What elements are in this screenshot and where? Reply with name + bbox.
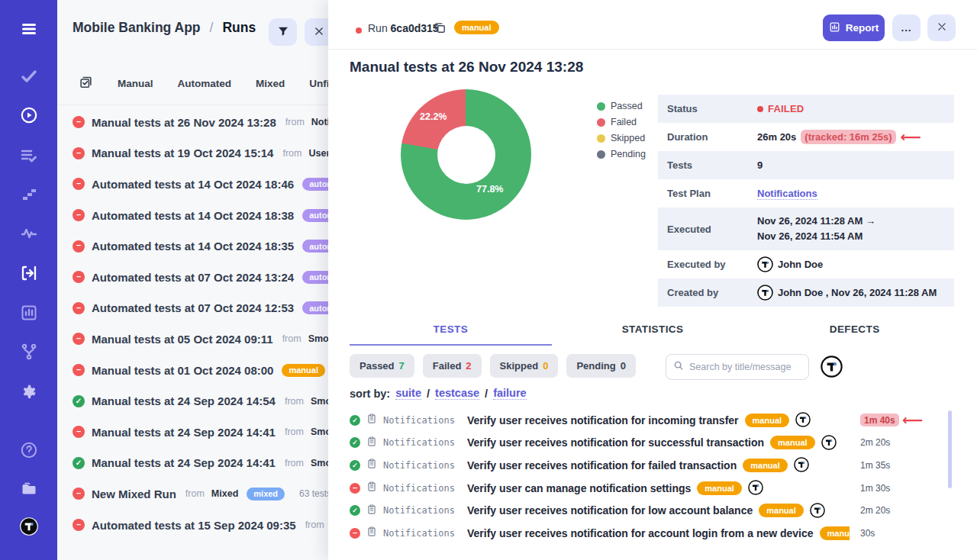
status-filter-chip[interactable]: Failed 2 — [423, 354, 482, 378]
report-button[interactable]: Report — [823, 14, 885, 41]
check-icon[interactable] — [19, 66, 39, 86]
run-status-icon — [73, 519, 85, 531]
run-list-item[interactable]: New Mixed Run from Mixed mixed 63 tests — [57, 478, 328, 510]
test-title[interactable]: Verify user receives notification for ac… — [467, 527, 814, 539]
select-runs-icon[interactable] — [79, 75, 93, 92]
run-list-item[interactable]: Automated tests at 14 Oct 2024 18:38 aut… — [57, 200, 328, 231]
run-type-badge: automated — [302, 178, 328, 191]
info-row-duration: Duration 26m 20s (tracked: 16m 25s) ⟵ — [658, 123, 954, 151]
test-row[interactable]: Notifications Verify user can manage not… — [328, 477, 977, 500]
run-source-plan: Smoke — [308, 333, 328, 344]
play-circle-icon[interactable] — [19, 105, 39, 125]
user-avatar — [748, 480, 763, 496]
results-donut-chart: 22.2% 77.8% — [401, 89, 531, 220]
search-icon — [673, 360, 684, 374]
test-title[interactable]: Verify user receives notification for su… — [467, 436, 764, 449]
run-tests-count: 63 tests — [299, 488, 328, 499]
test-suite-name[interactable]: Notifications — [383, 415, 461, 426]
run-list-item[interactable]: Automated tests at 07 Oct 2024 12:53 aut… — [57, 293, 328, 324]
test-suite-name[interactable]: Notifications — [383, 528, 461, 539]
list-check-icon[interactable] — [19, 146, 39, 166]
run-id-label: Run 6ca0d315 — [368, 22, 439, 34]
scrollbar-thumb[interactable] — [948, 410, 952, 488]
filter-funnel-icon — [277, 25, 289, 40]
user-avatar — [757, 285, 773, 301]
legend-color-dot — [597, 134, 605, 143]
test-row[interactable]: Notifications Verify user receives notif… — [328, 454, 977, 477]
run-status-icon — [73, 302, 85, 314]
test-plan-link[interactable]: Notifications — [757, 188, 817, 200]
project-title[interactable]: Mobile Banking App — [73, 20, 201, 36]
search-input[interactable] — [689, 362, 801, 372]
tab-automated[interactable]: Automated — [178, 78, 232, 89]
copy-icon[interactable] — [434, 21, 447, 37]
close-panel-button[interactable] — [927, 14, 956, 41]
testcase-clipboard-icon — [366, 436, 377, 450]
run-list-item[interactable]: Manual tests at 05 Oct 2024 09:11 from S… — [57, 323, 328, 355]
run-list-item[interactable]: Manual tests at 24 Sep 2024 14:41 from S… — [57, 417, 328, 448]
run-type-badge: automated — [302, 240, 328, 253]
test-title[interactable]: Verify user receives notification for lo… — [467, 504, 753, 517]
run-list-item[interactable]: Manual tests at 19 Oct 2024 15:14 from U… — [57, 138, 328, 169]
test-suite-name[interactable]: Notifications — [383, 505, 461, 516]
failed-dot — [757, 106, 763, 112]
run-list-item[interactable]: Manual tests at 24 Sep 2024 14:54 from S… — [57, 385, 328, 417]
activity-icon[interactable] — [19, 224, 39, 243]
user-avatar[interactable] — [17, 514, 41, 539]
status-filter-chip[interactable]: Pending 0 — [566, 354, 636, 378]
status-filter-chip[interactable]: Skipped 0 — [490, 354, 559, 378]
tab-unfinished[interactable]: Unfinished — [309, 78, 328, 89]
test-duration: 1m 30s — [860, 483, 890, 494]
gear-icon[interactable] — [19, 381, 39, 401]
test-row[interactable]: Notifications Verify user receives notif… — [328, 432, 977, 455]
files-icon[interactable] — [19, 478, 39, 498]
tab-mixed[interactable]: Mixed — [256, 78, 285, 89]
tab-tests[interactable]: TESTS — [350, 323, 552, 346]
test-suite-name[interactable]: Notifications — [383, 460, 461, 471]
run-list-item[interactable]: Manual tests at 01 Oct 2024 08:00 manual… — [57, 355, 328, 386]
sort-by-suite[interactable]: suite — [395, 387, 421, 400]
tab-statistics[interactable]: STATISTICS — [552, 323, 754, 346]
run-title: Automated tests at 07 Oct 2024 13:24 — [92, 271, 294, 284]
test-title[interactable]: Verify user receives notification for fa… — [467, 459, 737, 471]
run-list-item[interactable]: Automated tests at 14 Oct 2024 18:35 aut… — [57, 230, 328, 262]
legend-color-dot — [597, 150, 605, 159]
test-row[interactable]: Notifications Verify user receives notif… — [328, 522, 977, 545]
test-row[interactable]: Notifications Verify user receives notif… — [328, 499, 977, 522]
run-source-plan: User Authentication — [308, 148, 328, 159]
steps-icon[interactable] — [19, 185, 39, 204]
import-icon[interactable] — [19, 263, 39, 283]
test-suite-name[interactable]: Notifications — [383, 437, 461, 448]
run-list-item[interactable]: Automated tests at 15 Sep 2024 09:35 fro… — [57, 510, 328, 541]
report-chart-icon[interactable] — [19, 303, 39, 323]
run-list-item[interactable]: Automated tests at 14 Oct 2024 18:46 aut… — [57, 169, 328, 200]
help-icon[interactable] — [19, 440, 39, 460]
sort-by-failure[interactable]: failure — [493, 387, 527, 400]
divider — [57, 105, 328, 105]
assignee-avatar[interactable] — [821, 356, 843, 378]
filter-button[interactable] — [269, 18, 297, 46]
run-title: Automated tests at 14 Oct 2024 18:46 — [92, 178, 294, 191]
run-list-item[interactable]: Manual tests at 26 Nov 2024 13:28 from N… — [57, 107, 328, 138]
test-title[interactable]: Verify user receives notification for in… — [467, 414, 739, 426]
status-value: FAILED — [768, 103, 804, 114]
test-title[interactable]: Verify user can manage notification sett… — [467, 482, 691, 494]
hamburger-menu-icon[interactable] — [19, 19, 39, 39]
clear-filter-button[interactable] — [305, 18, 328, 46]
run-status-icon — [73, 333, 85, 345]
branch-icon[interactable] — [19, 342, 39, 362]
tab-defects[interactable]: DEFECTS — [753, 323, 956, 346]
more-actions-button[interactable]: ... — [892, 14, 921, 41]
test-suite-name[interactable]: Notifications — [383, 483, 461, 494]
tab-manual[interactable]: Manual — [118, 78, 153, 89]
run-title: Automated tests at 15 Sep 2024 09:35 — [92, 519, 296, 532]
run-list-item[interactable]: Manual tests at 24 Sep 2024 14:41 from S… — [57, 448, 328, 479]
status-filter-chip[interactable]: Passed 7 — [350, 354, 414, 378]
legend-item: Skipped — [597, 133, 646, 143]
run-list-item[interactable]: Automated tests at 07 Oct 2024 13:24 aut… — [57, 262, 328, 293]
test-row[interactable]: Notifications Verify user receives notif… — [328, 409, 977, 432]
sort-label: sort by: — [350, 388, 390, 400]
user-avatar — [795, 412, 811, 428]
sort-by-testcase[interactable]: testcase — [435, 387, 479, 400]
chip-label: Passed — [360, 360, 395, 372]
